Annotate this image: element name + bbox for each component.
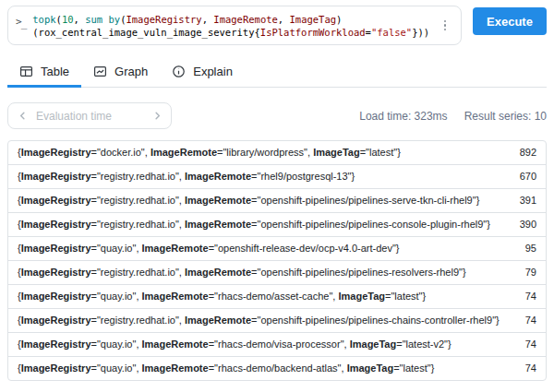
query-token: rox_central_image_vuln_image_severity (39, 27, 255, 38)
label-name: ImageRegistry (21, 195, 91, 206)
result-row: {ImageRegistry="registry.redhat.io", Ima… (8, 213, 546, 237)
terminal-prompt-icon: >_ (14, 11, 32, 27)
label-name: ImageTag (338, 291, 385, 302)
label-name: ImageRemote (185, 315, 251, 326)
kebab-menu-button[interactable] (437, 17, 453, 35)
tab-table[interactable]: Table (7, 57, 81, 88)
evaluation-time-control (7, 102, 172, 129)
label-name: ImageRegistry (21, 243, 91, 254)
query-text[interactable]: topk(10, sum by(ImageRegistry, ImageRemo… (32, 11, 437, 39)
label-name: ImageRemote (151, 147, 217, 158)
series-value: 74 (514, 338, 536, 351)
result-row: {ImageRegistry="registry.redhat.io", Ima… (8, 309, 546, 333)
series-value: 892 (509, 146, 536, 160)
label-name: ImageRemote (185, 195, 251, 206)
series-value: 74 (514, 362, 536, 375)
query-token: ImageRegistry (126, 14, 201, 25)
result-row: {ImageRegistry="quay.io", ImageRemote="r… (8, 285, 546, 309)
label-name: ImageRegistry (21, 219, 91, 230)
label-name: ImageRegistry (21, 267, 91, 278)
result-row: {ImageRegistry="registry.redhat.io", Ima… (8, 165, 546, 189)
series-labels: {ImageRegistry="quay.io", ImageRemote="r… (18, 338, 452, 351)
query-token: ImageRemote (213, 14, 278, 25)
query-token: 10 (62, 14, 74, 25)
info-icon (172, 65, 186, 78)
query-line: topk(10, sum by(ImageRegistry, ImageRemo… (32, 13, 437, 26)
query-token: sum (85, 14, 102, 25)
series-value: 74 (514, 290, 536, 303)
result-row: {ImageRegistry="quay.io", ImageRemote="o… (8, 237, 546, 261)
series-labels: {ImageRegistry="docker.io", ImageRemote=… (18, 146, 401, 160)
query-token: , (74, 14, 86, 25)
tab-table-label: Table (41, 65, 69, 78)
label-name: ImageRemote (185, 219, 251, 230)
series-labels: {ImageRegistry="quay.io", ImageRemote="r… (18, 290, 426, 303)
query-editor[interactable]: >_ topk(10, sum by(ImageRegistry, ImageR… (7, 6, 462, 45)
table-toolbar: Load time: 323ms Result series: 10 (7, 88, 547, 140)
label-name: ImageRegistry (21, 147, 91, 158)
load-time-text: Load time: 323ms (359, 110, 447, 123)
label-name: ImageTag (313, 147, 360, 158)
series-labels: {ImageRegistry="registry.redhat.io", Ima… (18, 218, 490, 232)
tab-explain-label: Explain (193, 65, 233, 78)
result-row: {ImageRegistry="quay.io", ImageRemote="r… (8, 333, 546, 357)
graph-icon (93, 65, 107, 78)
query-token: , (278, 14, 290, 25)
series-value: 390 (509, 218, 536, 232)
result-row: {ImageRegistry="registry.redhat.io", Ima… (8, 261, 546, 285)
label-name: ImageRemote (142, 339, 209, 350)
query-line: (rox_central_image_vuln_image_severity{I… (32, 26, 437, 39)
evaluation-time-prev-button[interactable] (8, 103, 36, 128)
series-labels: {ImageRegistry="registry.redhat.io", Ima… (18, 314, 500, 327)
query-token: by (108, 14, 120, 25)
label-name: ImageTag (350, 339, 397, 350)
result-row: {ImageRegistry="docker.io", ImageRemote=… (8, 141, 546, 165)
label-name: ImageRemote (142, 243, 209, 254)
query-token: ) (336, 14, 342, 25)
label-name: ImageRemote (142, 291, 209, 302)
query-token: "false" (371, 27, 412, 38)
table-icon (19, 65, 33, 78)
series-value: 79 (514, 266, 536, 279)
label-name: ImageRegistry (21, 315, 91, 326)
series-labels: {ImageRegistry="quay.io", ImageRemote="r… (18, 362, 434, 375)
query-token: IsPlatformWorkload (260, 27, 366, 38)
evaluation-time-next-button[interactable] (143, 103, 171, 128)
query-token: )) (418, 27, 430, 38)
result-tabs: Table Graph Explain (7, 57, 547, 88)
series-value: 95 (514, 242, 536, 255)
tab-graph[interactable]: Graph (81, 57, 160, 88)
query-bar: >_ topk(10, sum by(ImageRegistry, ImageR… (7, 6, 547, 45)
query-token: topk (32, 14, 55, 25)
query-stats: Load time: 323ms Result series: 10 (359, 110, 547, 123)
series-labels: {ImageRegistry="registry.redhat.io", Ima… (18, 194, 479, 208)
result-row: {ImageRegistry="registry.redhat.io", Ima… (8, 189, 546, 213)
tab-explain[interactable]: Explain (160, 57, 245, 88)
execute-button[interactable]: Execute (473, 7, 547, 35)
label-name: ImageRegistry (21, 362, 91, 374)
series-labels: {ImageRegistry="registry.redhat.io", Ima… (18, 170, 355, 184)
label-name: ImageRemote (185, 267, 251, 278)
evaluation-time-input[interactable] (36, 110, 143, 123)
label-name: ImageTag (347, 362, 394, 374)
label-name: ImageRemote (142, 362, 209, 374)
series-labels: {ImageRegistry="quay.io", ImageRemote="o… (18, 242, 400, 255)
label-name: ImageRemote (185, 171, 251, 182)
label-name: ImageRegistry (21, 291, 91, 302)
result-row: {ImageRegistry="quay.io", ImageRemote="r… (8, 357, 546, 380)
series-value: 391 (509, 194, 536, 208)
results-table: {ImageRegistry="docker.io", ImageRemote=… (7, 140, 547, 381)
query-token: , (202, 14, 214, 25)
series-value: 74 (514, 314, 536, 327)
label-name: ImageRegistry (21, 339, 91, 350)
result-series-text: Result series: 10 (464, 110, 547, 123)
series-value: 670 (509, 170, 536, 184)
label-name: ImageRegistry (21, 171, 91, 182)
query-token: ImageTag (290, 14, 337, 25)
tab-graph-label: Graph (114, 65, 148, 78)
series-labels: {ImageRegistry="registry.redhat.io", Ima… (18, 266, 466, 279)
